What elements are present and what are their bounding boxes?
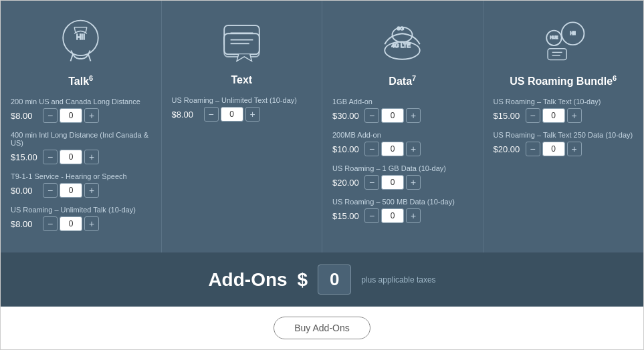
- increment-button-data-0[interactable]: +: [406, 108, 421, 123]
- decrement-button-data-0[interactable]: −: [364, 108, 379, 123]
- decrement-button-talk-1[interactable]: −: [43, 150, 58, 164]
- data-icon: 3G 4G LTE: [376, 14, 429, 67]
- qty-input-roaming-1[interactable]: [542, 142, 565, 156]
- addon-price-data-3: $15.00: [332, 211, 360, 221]
- decrement-button-talk-0[interactable]: −: [43, 108, 58, 123]
- svg-text:HII: HII: [76, 33, 85, 40]
- increment-button-talk-1[interactable]: +: [84, 150, 99, 164]
- decrement-button-text-0[interactable]: −: [204, 107, 219, 122]
- stepper-roaming-0: −+: [526, 108, 582, 123]
- increment-button-talk-2[interactable]: +: [84, 183, 99, 198]
- increment-button-talk-0[interactable]: +: [84, 108, 99, 123]
- addon-label-data-3: US Roaming – 500 MB Data (10-day): [332, 198, 473, 206]
- addon-row-talk-3: $8.00−+: [11, 216, 151, 231]
- addon-price-data-1: $10.00: [332, 144, 360, 154]
- roaming-icon: HII HUE: [536, 14, 590, 67]
- addon-price-talk-1: $15.00: [11, 152, 39, 162]
- addon-item-roaming-1: US Roaming – Talk Text 250 Data (10-day)…: [494, 131, 634, 156]
- qty-input-data-0[interactable]: [381, 108, 404, 123]
- footer-bar: Add-Ons $ 0 plus applicable taxes: [1, 252, 643, 307]
- text-title: Text: [231, 74, 252, 86]
- addon-label-talk-0: 200 min US and Canada Long Distance: [11, 98, 151, 106]
- increment-button-data-3[interactable]: +: [406, 208, 421, 223]
- increment-button-data-2[interactable]: +: [406, 175, 421, 190]
- addon-label-talk-1: 400 min Intl Long Distance (Incl Canada …: [11, 131, 151, 147]
- addon-item-text-0: US Roaming – Unlimited Text (10-day)$8.0…: [172, 96, 312, 122]
- decrement-button-roaming-0[interactable]: −: [526, 108, 540, 123]
- increment-button-roaming-1[interactable]: +: [567, 142, 582, 156]
- stepper-text-0: −+: [204, 107, 260, 122]
- addon-price-talk-3: $8.00: [11, 219, 39, 229]
- qty-input-data-3[interactable]: [381, 208, 404, 223]
- qty-input-talk-1[interactable]: [60, 150, 82, 164]
- addon-item-talk-0: 200 min US and Canada Long Distance$8.00…: [11, 98, 151, 123]
- qty-input-talk-3[interactable]: [60, 216, 82, 231]
- footer-taxes-note: plus applicable taxes: [361, 275, 435, 285]
- qty-input-data-2[interactable]: [381, 175, 404, 190]
- addon-item-data-0: 1GB Add-on$30.00−+: [332, 98, 473, 123]
- qty-input-roaming-0[interactable]: [542, 108, 565, 123]
- addon-row-roaming-1: $20.00−+: [494, 142, 634, 156]
- addon-item-roaming-0: US Roaming – Talk Text (10-day)$15.00−+: [494, 98, 634, 123]
- addon-row-roaming-0: $15.00−+: [494, 108, 634, 123]
- decrement-button-data-2[interactable]: −: [364, 175, 379, 190]
- svg-text:HII: HII: [570, 30, 576, 35]
- stepper-talk-3: −+: [43, 216, 99, 231]
- column-data: 3G 4G LTE Data71GB Add-on$30.00−+200MB A…: [322, 1, 484, 252]
- addon-label-data-1: 200MB Add-on: [332, 131, 473, 139]
- decrement-button-data-1[interactable]: −: [364, 142, 379, 156]
- increment-button-talk-3[interactable]: +: [84, 216, 99, 231]
- addon-label-roaming-0: US Roaming – Talk Text (10-day): [494, 98, 634, 106]
- addon-label-talk-3: US Roaming – Unlimited Talk (10-day): [11, 206, 151, 214]
- decrement-button-talk-2[interactable]: −: [43, 183, 58, 198]
- addon-item-talk-2: T9-1-1 Service - Hearing or Speech$0.00−…: [11, 172, 151, 198]
- svg-line-4: [74, 27, 76, 32]
- addon-row-data-3: $15.00−+: [332, 208, 473, 223]
- qty-input-talk-0[interactable]: [60, 108, 82, 123]
- addon-row-data-2: $20.00−+: [332, 175, 473, 190]
- increment-button-text-0[interactable]: +: [245, 107, 260, 122]
- addon-item-talk-3: US Roaming – Unlimited Talk (10-day)$8.0…: [11, 206, 151, 231]
- decrement-button-roaming-1[interactable]: −: [526, 142, 540, 156]
- buy-addons-button[interactable]: Buy Add-Ons: [274, 317, 370, 339]
- talk-icon: HII: [54, 14, 108, 67]
- addon-row-data-0: $30.00−+: [332, 108, 473, 123]
- footer-dollar-sign: $: [298, 269, 308, 291]
- qty-input-data-1[interactable]: [381, 142, 404, 156]
- addon-item-data-2: US Roaming – 1 GB Data (10-day)$20.00−+: [332, 164, 473, 190]
- addon-item-data-3: US Roaming – 500 MB Data (10-day)$15.00−…: [332, 198, 473, 223]
- svg-text:4G LTE: 4G LTE: [392, 41, 411, 48]
- addon-item-talk-1: 400 min Intl Long Distance (Incl Canada …: [11, 131, 151, 164]
- data-title: Data7: [389, 74, 416, 88]
- stepper-data-2: −+: [364, 175, 421, 190]
- addon-label-roaming-1: US Roaming – Talk Text 250 Data (10-day): [494, 131, 634, 139]
- column-talk: HII Talk6200 min US and Canada Long Dist…: [1, 1, 162, 252]
- stepper-data-0: −+: [364, 108, 421, 123]
- addon-price-text-0: $8.00: [172, 110, 200, 120]
- svg-text:3G: 3G: [397, 25, 404, 31]
- svg-line-3: [88, 53, 91, 61]
- increment-button-roaming-0[interactable]: +: [567, 108, 582, 123]
- column-roaming: HII HUE US Roaming Bundle6US Roaming – T…: [484, 1, 644, 252]
- addon-label-talk-2: T9-1-1 Service - Hearing or Speech: [11, 172, 151, 180]
- stepper-data-3: −+: [364, 208, 421, 223]
- addon-row-talk-2: $0.00−+: [11, 183, 151, 198]
- addon-row-talk-1: $15.00−+: [11, 150, 151, 164]
- addon-row-data-1: $10.00−+: [332, 142, 473, 156]
- talk-title: Talk6: [68, 74, 93, 88]
- increment-button-data-1[interactable]: +: [406, 142, 421, 156]
- buy-bar: Buy Add-Ons: [1, 307, 643, 349]
- addon-price-roaming-0: $15.00: [494, 111, 522, 121]
- qty-input-talk-2[interactable]: [60, 183, 82, 198]
- decrement-button-data-3[interactable]: −: [364, 208, 379, 223]
- stepper-talk-0: −+: [43, 108, 99, 123]
- addon-label-text-0: US Roaming – Unlimited Text (10-day): [172, 96, 312, 104]
- decrement-button-talk-3[interactable]: −: [43, 216, 58, 231]
- text-icon: [215, 14, 268, 67]
- addon-label-data-0: 1GB Add-on: [332, 98, 473, 106]
- qty-input-text-0[interactable]: [221, 107, 243, 122]
- stepper-talk-1: −+: [43, 150, 99, 164]
- svg-text:HUE: HUE: [550, 35, 558, 39]
- addon-row-talk-0: $8.00−+: [11, 108, 151, 123]
- footer-total-value: 0: [318, 265, 351, 295]
